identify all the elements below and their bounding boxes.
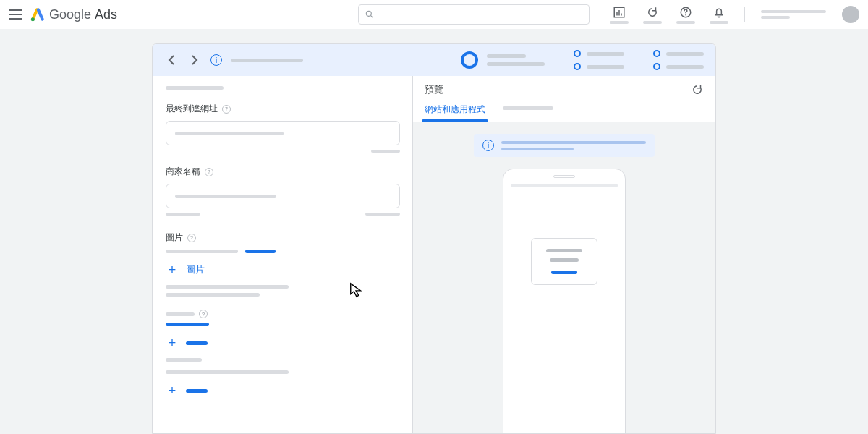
- editor-panel: i: [152, 43, 716, 434]
- refresh-icon: [646, 6, 659, 19]
- avatar[interactable]: [842, 6, 859, 23]
- char-counter: [371, 150, 400, 153]
- hint-left: [166, 213, 200, 216]
- svg-rect-6: [621, 13, 622, 15]
- svg-rect-5: [618, 10, 620, 16]
- plus-icon: +: [166, 263, 179, 276]
- phone-speaker-icon: [553, 175, 575, 178]
- menu-icon[interactable]: [9, 9, 22, 20]
- svg-point-0: [31, 17, 35, 21]
- forward-button[interactable]: [187, 53, 202, 67]
- char-counter: [365, 213, 400, 216]
- google-ads-logo-icon: [30, 7, 45, 22]
- workspace: i: [0, 29, 868, 434]
- final-url-label: 最終到達網址 ?: [166, 103, 399, 115]
- chevron-left-icon: [168, 55, 175, 65]
- business-name-label: 商家名稱 ?: [166, 166, 399, 178]
- form-column: 最終到達網址 ? 商家名稱 ? 圖片 ?: [153, 76, 413, 433]
- product-logo[interactable]: Google Ads: [30, 7, 117, 22]
- stepper-header: i: [153, 44, 715, 76]
- bar-chart-icon: [613, 6, 626, 19]
- add-item-button-1[interactable]: +: [166, 336, 399, 349]
- help-icon[interactable]: ?: [222, 105, 231, 114]
- info-banner: i: [474, 134, 655, 157]
- images-tabs[interactable]: [166, 250, 399, 253]
- product-name: Google Ads: [49, 7, 117, 22]
- hint-text: [166, 358, 399, 362]
- add-images-button[interactable]: + 圖片: [166, 263, 399, 276]
- hint-text: [166, 370, 399, 374]
- final-url-input[interactable]: [166, 121, 400, 145]
- step-current[interactable]: [461, 51, 545, 69]
- section-heading: [166, 86, 224, 90]
- preview-tab-web-app[interactable]: 網站和應用程式: [425, 103, 485, 122]
- step-group-2[interactable]: [574, 50, 624, 70]
- preview-area: i: [413, 122, 715, 433]
- search-icon: [365, 9, 375, 20]
- help-button[interactable]: [676, 6, 695, 24]
- reports-button[interactable]: [610, 6, 629, 24]
- ad-card-preview: [531, 238, 597, 285]
- help-icon[interactable]: ?: [205, 168, 213, 176]
- hint-text: [166, 285, 399, 297]
- refresh-preview-button[interactable]: [691, 83, 704, 96]
- divider: [744, 7, 745, 22]
- plus-icon: +: [166, 384, 179, 397]
- preview-tabs: 網站和應用程式: [413, 103, 715, 122]
- add-item-button-2[interactable]: +: [166, 384, 399, 397]
- preview-tab-other[interactable]: [503, 106, 553, 122]
- active-subtab[interactable]: [166, 323, 209, 326]
- search-input[interactable]: [358, 4, 590, 25]
- app-bar: Google Ads: [0, 0, 868, 29]
- preview-title: 預覽: [425, 83, 443, 96]
- step-group-3[interactable]: [653, 50, 704, 70]
- preview-column: 預覽 網站和應用程式 i: [413, 76, 715, 433]
- phone-url-bar: [511, 184, 618, 187]
- notifications-button[interactable]: [710, 6, 728, 24]
- info-icon[interactable]: i: [210, 54, 222, 66]
- section-label: ?: [166, 310, 399, 318]
- help-icon[interactable]: ?: [187, 234, 196, 242]
- images-label: 圖片 ?: [166, 231, 399, 244]
- plus-icon: +: [166, 336, 179, 349]
- header-tools: [610, 6, 728, 24]
- back-button[interactable]: [164, 53, 179, 67]
- svg-point-8: [685, 14, 686, 16]
- svg-point-1: [366, 11, 371, 16]
- breadcrumb: [231, 59, 303, 62]
- svg-rect-4: [616, 12, 618, 16]
- svg-line-2: [371, 16, 373, 18]
- step-ring-icon: [461, 51, 478, 69]
- help-icon[interactable]: ?: [199, 310, 208, 318]
- chevron-right-icon: [191, 55, 198, 65]
- help-icon: [679, 6, 692, 19]
- phone-mock: [503, 169, 626, 433]
- account-switcher[interactable]: [761, 10, 826, 19]
- bell-icon: [712, 6, 726, 19]
- info-icon: i: [482, 140, 494, 151]
- business-name-input[interactable]: [166, 184, 400, 208]
- refresh-button[interactable]: [643, 6, 662, 24]
